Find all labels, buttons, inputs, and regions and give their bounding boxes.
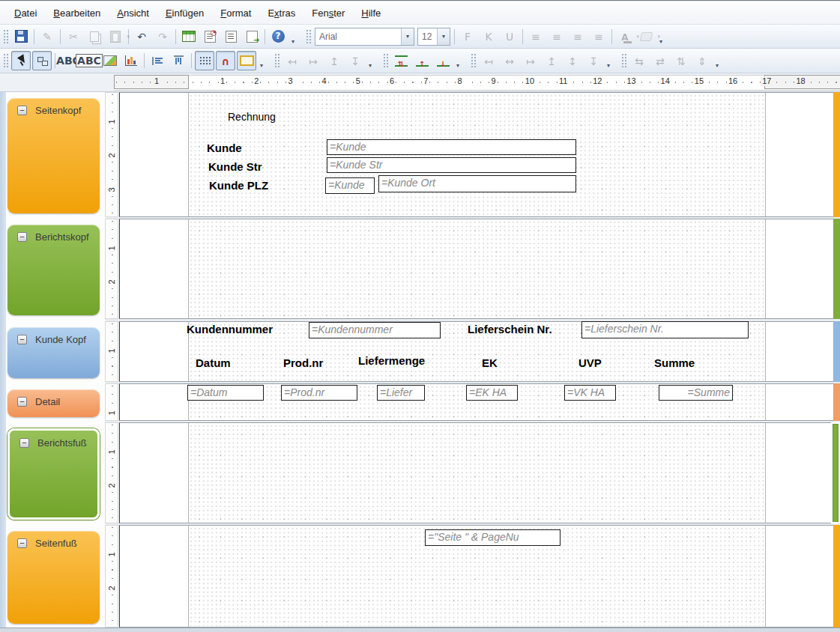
report-label-ek[interactable]: EK [482, 356, 498, 369]
section-band-berichtsfuss[interactable] [119, 422, 840, 523]
fit-smallest-height-button[interactable]: ⇅ [391, 51, 411, 70]
edit-mode-button[interactable]: ✎ [37, 27, 57, 46]
menu-bearbeiten[interactable]: Bearbeiten [45, 4, 109, 22]
toolbar-overflow-button[interactable] [714, 52, 724, 70]
font-size-combo[interactable]: 12▾ [417, 28, 450, 46]
add-field-button[interactable] [179, 27, 199, 46]
toolbar-overflow-button[interactable] [605, 52, 615, 70]
collapse-icon[interactable]: − [17, 335, 27, 344]
menu-datei[interactable]: Datei [6, 4, 45, 22]
report-field-kundennummer[interactable]: =Kundennummer [309, 322, 441, 338]
toolbar-overflow-button[interactable] [658, 28, 668, 46]
menu-fenster[interactable]: Fenster [303, 4, 353, 22]
report-label-rechnung[interactable]: Rechnung [228, 111, 276, 124]
toolbar-overflow-button[interactable] [290, 28, 300, 46]
horizontal-ruler[interactable]: 1123456789101112131415161718 [0, 73, 840, 92]
report-field-ek-ha[interactable]: =EK HA [466, 385, 518, 401]
vertical-alignment-button[interactable] [169, 51, 188, 70]
graphic-field-button[interactable] [100, 51, 120, 70]
section-header-seitenfuss[interactable]: −Seitenfuß [7, 531, 100, 624]
size-greatest-width-button[interactable]: ⇄ [650, 51, 670, 70]
bold-button[interactable]: F [458, 27, 477, 46]
dropdown-arrow-icon[interactable]: ▾ [127, 34, 130, 40]
report-label-kunde-str[interactable]: Kunde Str [208, 160, 262, 173]
report-field-liefer[interactable]: =Liefer [377, 385, 425, 401]
chevron-down-icon[interactable]: ▾ [401, 28, 414, 45]
distribute-left-button[interactable]: ↤ [479, 51, 498, 70]
report-field-datum[interactable]: =Datum [187, 385, 264, 401]
report-label-liefermenge[interactable]: Liefermenge [358, 354, 425, 367]
help-button[interactable] [268, 27, 288, 46]
toolbar-grip[interactable] [3, 29, 8, 44]
report-field-prod-nr[interactable]: =Prod.nr [281, 385, 357, 401]
distribute-vertical-center-button[interactable]: ↕ [563, 51, 582, 70]
align-object-right-button[interactable]: ↦ [303, 51, 323, 70]
collapse-icon[interactable]: − [17, 397, 27, 407]
section-header-berichtsfuss[interactable]: −Berichtsfuß [7, 428, 100, 520]
toolbar-grip[interactable] [471, 53, 476, 68]
report-label-summe[interactable]: Summe [654, 356, 695, 369]
report-field-lieferschein-nr[interactable]: =Lieferschein Nr. [581, 321, 749, 338]
align-object-bottom-button[interactable]: ↧ [345, 51, 365, 70]
report-field-kunde[interactable]: =Kunde [325, 177, 375, 194]
report-label-datum[interactable]: Datum [196, 356, 231, 369]
menu-einfügen[interactable]: Einfügen [157, 4, 212, 22]
save-button[interactable] [11, 27, 31, 46]
collapse-icon[interactable]: − [17, 538, 27, 548]
distribute-top-button[interactable]: ↥ [542, 51, 561, 70]
report-field-kunde-str[interactable]: =Kunde Str [327, 157, 576, 173]
paste-button[interactable]: ▾ [106, 27, 125, 46]
report-field-seite-pagenu[interactable]: ="Seite " & PageNu [425, 529, 560, 546]
highlighting-color-button[interactable]: ▾ [636, 27, 656, 46]
underline-button[interactable]: U [500, 27, 519, 46]
report-field-kunde[interactable]: =Kunde [327, 139, 576, 155]
align-justify-button[interactable]: ≡ [589, 27, 608, 46]
select-tool-button[interactable] [11, 51, 31, 70]
collapse-icon[interactable]: − [17, 232, 27, 242]
size-smallest-height-button[interactable]: ⇅ [671, 51, 691, 70]
toolbar-overflow-button[interactable] [367, 52, 377, 70]
report-field-summe[interactable]: =Summe [659, 385, 733, 401]
report-label-prod-nr[interactable]: Prod.nr [283, 356, 323, 369]
font-name-combo[interactable]: Arial▾ [315, 28, 414, 46]
helplines-while-moving-button[interactable] [237, 51, 256, 70]
toolbar-overflow-button[interactable] [259, 52, 268, 70]
size-greatest-height-button[interactable]: ⇕ [692, 51, 712, 70]
chart-button[interactable] [121, 51, 141, 70]
undo-button[interactable]: ↶ [132, 27, 151, 46]
section-header-kunde-kopf[interactable]: −Kunde Kopf [7, 327, 100, 378]
grid-visible-button[interactable] [195, 51, 214, 70]
report-label-uvp[interactable]: UVP [578, 356, 602, 369]
toolbar-grip[interactable] [621, 53, 626, 68]
section-band-berichtskopf[interactable] [119, 219, 840, 319]
fit-greatest-height-button[interactable]: ↑ [412, 51, 432, 70]
chevron-down-icon[interactable]: ▾ [437, 28, 450, 45]
cut-button[interactable]: ✂ [64, 27, 83, 46]
toolbar-overflow-button[interactable] [455, 52, 465, 70]
report-field-kunde-ort[interactable]: =Kunde Ort [378, 175, 576, 192]
align-center-button[interactable]: ≡ [547, 27, 566, 46]
fit-smallest-width-button[interactable]: ↓ [433, 51, 453, 70]
report-label-lieferschein-nr[interactable]: Lieferschein Nr. [468, 323, 552, 335]
align-right-button[interactable]: ≡ [568, 27, 587, 46]
distribute-bottom-button[interactable]: ↧ [584, 51, 603, 70]
report-field-vk-ha[interactable]: =VK HA [564, 385, 616, 401]
snap-to-grid-button[interactable]: ∩ [216, 51, 235, 70]
menu-extras[interactable]: Extras [259, 4, 303, 22]
align-object-left-button[interactable]: ↤ [282, 51, 302, 70]
toolbar-grip[interactable] [3, 53, 8, 68]
toolbar-grip[interactable] [383, 53, 388, 68]
label-field-button[interactable]: ABC [58, 51, 78, 70]
collapse-icon[interactable]: − [19, 438, 29, 448]
font-color-button[interactable]: A▾ [615, 27, 635, 46]
align-object-top-button[interactable]: ↥ [324, 51, 344, 70]
menu-hilfe[interactable]: Hilfe [353, 4, 389, 22]
collapse-icon[interactable]: − [17, 106, 27, 115]
report-label-kunde-plz[interactable]: Kunde PLZ [209, 179, 268, 192]
redo-button[interactable]: ↷ [153, 27, 172, 46]
toolbar-grip[interactable] [306, 29, 311, 44]
report-label-kundennummer[interactable]: Kundennummer [187, 323, 273, 335]
menu-ansicht[interactable]: Ansicht [109, 4, 157, 22]
section-header-seitenkopf[interactable]: −Seitenkopf [7, 98, 100, 213]
size-smallest-width-button[interactable]: ⇆ [629, 51, 649, 70]
